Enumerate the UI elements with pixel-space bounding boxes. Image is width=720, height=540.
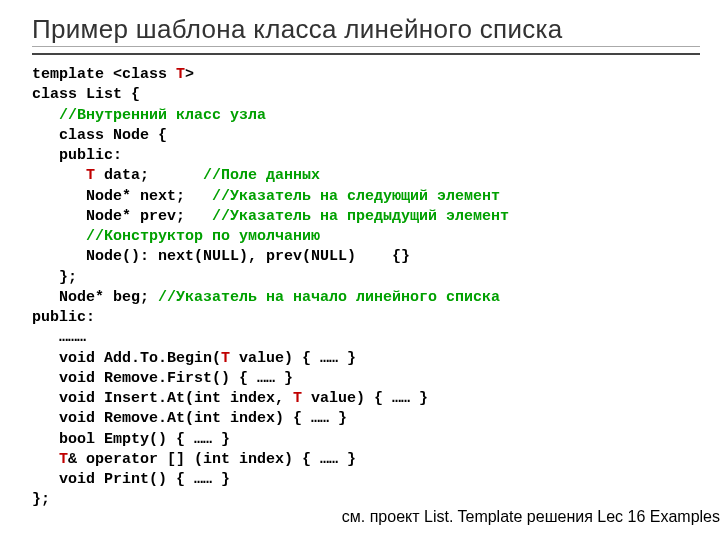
code-line: void Add.To.Begin(: [32, 350, 221, 367]
code-line: };: [32, 491, 50, 508]
type-param: T: [221, 350, 230, 367]
code-line: Node* next;: [32, 188, 212, 205]
type-param: T: [176, 66, 185, 83]
comment: //Указатель на следующий элемент: [212, 188, 500, 205]
code-line: [32, 451, 59, 468]
code-line: & operator [] (int index) { …… }: [68, 451, 356, 468]
code-line: Node* beg;: [32, 289, 158, 306]
footer-note: см. проект List. Template решения Lec 16…: [342, 508, 720, 526]
code-line: data;: [95, 167, 203, 184]
code-line: ………: [32, 329, 86, 346]
comment: //Указатель на предыдущий элемент: [212, 208, 509, 225]
code-line: void Insert.At(int index,: [32, 390, 293, 407]
code-line: void Remove.At(int index) { …… }: [32, 410, 347, 427]
code-line: class List {: [32, 86, 140, 103]
comment: //Внутренний класс узла: [32, 107, 266, 124]
comment: //Поле данных: [203, 167, 320, 184]
code-line: void Print() { …… }: [32, 471, 230, 488]
comment: //Указатель на начало линейного списка: [158, 289, 500, 306]
code-line: Node* prev;: [32, 208, 212, 225]
code-line: Node(): next(NULL), prev(NULL) {}: [32, 248, 410, 265]
code-line: value) { …… }: [302, 390, 428, 407]
code-block: template <class T> class List { //Внутре…: [32, 65, 700, 511]
slide-title: Пример шаблона класса линейного списка: [32, 14, 700, 55]
slide-container: Пример шаблона класса линейного списка t…: [0, 0, 720, 540]
comment: //Конструктор по умолчанию: [32, 228, 320, 245]
code-line: bool Empty() { …… }: [32, 431, 230, 448]
type-param: T: [59, 451, 68, 468]
code-line: public:: [32, 309, 95, 326]
code-line: };: [32, 269, 77, 286]
code-line: >: [185, 66, 194, 83]
code-line: class Node {: [32, 127, 167, 144]
code-line: [32, 167, 86, 184]
code-line: template <class: [32, 66, 176, 83]
code-line: value) { …… }: [230, 350, 356, 367]
type-param: T: [293, 390, 302, 407]
type-param: T: [86, 167, 95, 184]
code-line: public:: [32, 147, 122, 164]
code-line: void Remove.First() { …… }: [32, 370, 293, 387]
